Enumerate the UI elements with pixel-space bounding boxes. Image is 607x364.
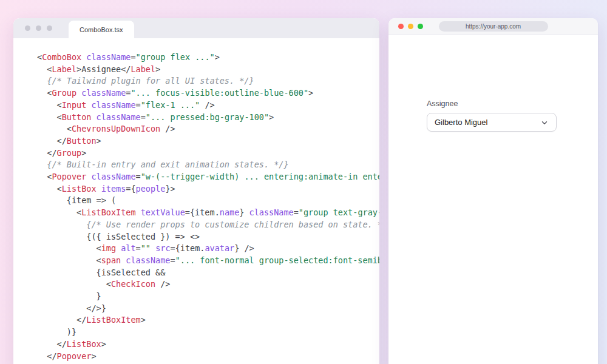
- code-token: <: [37, 279, 111, 289]
- browser-window: https://your-app.com Assignee Gilberto M…: [388, 18, 598, 364]
- window-control-dot[interactable]: [25, 25, 30, 31]
- code-token: >: [101, 339, 106, 349]
- code-token: </: [37, 315, 86, 325]
- code-token: className: [126, 255, 170, 265]
- code-token: ListBox: [62, 184, 97, 194]
- code-line: <ListBoxItem textValue={item.name} class…: [37, 207, 379, 219]
- minimize-button[interactable]: [408, 24, 413, 29]
- code-token: </: [37, 136, 67, 146]
- code-line: <Group className="... focus-visible:outl…: [37, 87, 379, 99]
- code-token: ComboBox: [42, 52, 81, 62]
- assignee-label: Assignee: [427, 99, 598, 108]
- code-token: ChevronsUpDownIcon: [72, 124, 160, 133]
- code-token: "flex-1 ...": [141, 100, 200, 110]
- code-line: </>}: [37, 303, 379, 315]
- url-bar[interactable]: https://your-app.com: [439, 21, 548, 32]
- code-token: alt: [121, 243, 135, 253]
- code-token: img: [101, 243, 116, 253]
- code-token: [151, 243, 155, 253]
- code-token: "group flex ...": [136, 52, 215, 62]
- code-line: </Popover>: [37, 351, 379, 363]
- code-token: </: [37, 351, 57, 361]
- browser-content: Assignee Gilberto Miguel: [388, 35, 598, 132]
- code-token: >: [269, 112, 274, 122]
- code-token: span: [101, 255, 121, 265]
- code-token: =: [136, 243, 141, 253]
- code-line: <CheckIcon />: [37, 278, 379, 291]
- code-token: [37, 160, 47, 169]
- code-token: }: [37, 291, 101, 301]
- code-token: <: [37, 112, 62, 122]
- code-token: className: [91, 172, 135, 181]
- code-line: </Button>: [37, 135, 379, 147]
- code-token: textValue: [141, 207, 185, 217]
- browser-titlebar: https://your-app.com: [388, 18, 598, 35]
- code-token: =: [170, 255, 175, 265]
- code-token: className: [249, 207, 294, 217]
- combobox-value: Gilberto Miguel: [435, 118, 487, 127]
- code-token: <: [37, 52, 42, 62]
- code-line: )}: [37, 326, 379, 339]
- window-control-dot[interactable]: [36, 25, 41, 31]
- code-token: ListBoxItem: [81, 207, 135, 217]
- code-token: [136, 207, 141, 217]
- code-token: className: [97, 112, 141, 122]
- code-token: Popover: [57, 351, 92, 361]
- code-token: <: [37, 124, 72, 133]
- code-token: Group: [57, 148, 82, 158]
- code-token: />: [155, 279, 170, 289]
- code-token: "... pressed:bg-gray-100": [146, 112, 269, 122]
- code-line: </ListBox>: [37, 339, 379, 351]
- code-token: [37, 220, 86, 229]
- code-token: </: [37, 148, 57, 158]
- code-token: <: [37, 100, 62, 110]
- code-token: CheckIcon: [111, 279, 155, 289]
- window-control-dot[interactable]: [47, 25, 52, 31]
- code-token: {/* Use render props to customize childr…: [86, 220, 379, 229]
- code-token: <: [37, 243, 101, 253]
- code-line: {/* Use render props to customize childr…: [37, 219, 379, 231]
- code-token: src: [155, 243, 170, 253]
- code-area[interactable]: <ComboBox className="group flex ..."> <L…: [13, 38, 379, 364]
- code-line: {/* Built-in entry and exit animation st…: [37, 159, 379, 171]
- code-token: <: [37, 172, 52, 181]
- editor-titlebar: ComboBox.tsx: [13, 18, 379, 38]
- code-line: {item => (: [37, 195, 379, 207]
- code-line: <ComboBox className="group flex ...">: [37, 52, 379, 64]
- url-text: https://your-app.com: [466, 23, 521, 30]
- code-token: items: [101, 184, 126, 194]
- code-line: {({ isSelected }) => <>: [37, 231, 379, 243]
- zoom-button[interactable]: [418, 24, 423, 29]
- code-token: "... font-normal group-selected:font-sem…: [175, 255, 379, 265]
- code-token: Popover: [52, 172, 86, 181]
- tab-combobox-tsx[interactable]: ComboBox.tsx: [69, 21, 134, 38]
- code-token: {/* Tailwind plugin for all UI states. *…: [47, 76, 254, 86]
- code-line: <ListBox items={people}>: [37, 183, 379, 195]
- code-token: [76, 88, 81, 98]
- code-token: =: [131, 52, 135, 62]
- code-token: />: [200, 100, 214, 110]
- desktop-background: ComboBox.tsx <ComboBox className="group …: [0, 0, 607, 364]
- code-token: } />: [234, 243, 254, 253]
- code-token: <: [37, 255, 101, 265]
- code-token: >: [81, 148, 86, 158]
- code-token: <: [37, 184, 62, 194]
- code-token: [97, 184, 101, 194]
- code-token: "w-(--trigger-width) ... entering:animat…: [141, 172, 379, 181]
- code-token: [91, 112, 96, 122]
- code-line: {isSelected &&: [37, 267, 379, 279]
- close-button[interactable]: [398, 24, 404, 29]
- code-line: <Popover className="w-(--trigger-width) …: [37, 171, 379, 183]
- code-token: ListBoxItem: [86, 315, 140, 325]
- code-token: =: [294, 207, 299, 217]
- code-token: Label: [131, 64, 155, 74]
- code-token: name: [220, 207, 240, 217]
- assignee-combobox[interactable]: Gilberto Miguel: [427, 113, 557, 132]
- code-token: =: [136, 100, 141, 110]
- code-token: ={item.: [185, 207, 220, 217]
- code-token: {({ isSelected }) => <>: [37, 232, 200, 241]
- code-token: ={item.: [171, 243, 205, 253]
- code-token: className: [86, 52, 131, 62]
- code-token: )}: [37, 327, 76, 337]
- code-token: >: [155, 64, 160, 74]
